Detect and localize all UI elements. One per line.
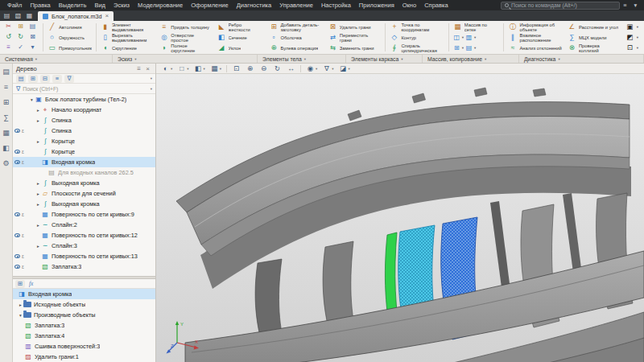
chevron-down-icon[interactable]: ▾ — [474, 46, 476, 50]
panel-tab-sketch[interactable]: Эскиз▾ — [113, 55, 258, 63]
zoom-in-button[interactable]: ⊕ — [244, 64, 256, 73]
extrude-button[interactable]: ▮Элемент выдавливания — [98, 22, 157, 32]
menu-help[interactable]: Справка — [420, 0, 452, 10]
menu-sketch[interactable]: Эскиз — [109, 0, 134, 10]
pan-button[interactable]: ↔ — [285, 64, 297, 73]
feature-row[interactable]: ▾Производные объекты — [13, 310, 155, 320]
array-by-curve-icon[interactable]: ⊞ — [452, 43, 461, 52]
collections-button[interactable]: ▣▾ — [623, 22, 641, 32]
concentric-array-icon[interactable]: ◫ — [452, 33, 461, 42]
tree-panel-icon[interactable]: ≡ — [2, 82, 11, 92]
copy-icon[interactable]: ⊞ — [15, 22, 26, 31]
feature-row[interactable]: ▧Заплатка:4 — [13, 331, 155, 341]
expander-icon[interactable]: ▸ — [35, 108, 41, 113]
expander-icon[interactable]: ▸ — [35, 244, 41, 249]
zoom-fit-button[interactable]: ⊡ — [230, 64, 242, 73]
chevron-down-icon[interactable]: ▾ — [474, 35, 476, 39]
fx-tab[interactable]: fx — [27, 280, 35, 287]
expander-icon[interactable]: ▸ — [35, 181, 41, 186]
add-part-stock-button[interactable]: ⊞Добавить деталь-заготовку — [266, 22, 325, 32]
fillet-button[interactable]: ◖Скругление — [98, 43, 157, 53]
expander-icon[interactable]: ▾ — [18, 313, 23, 318]
system-more-icon[interactable]: ▾ — [27, 43, 38, 52]
tree-row[interactable]: ▸∫Выходная кромка — [13, 178, 155, 188]
delete-icon[interactable]: ⊠ — [27, 32, 38, 42]
layers-panel-icon[interactable]: ▦ — [2, 128, 11, 138]
expander-icon[interactable]: ▸ — [35, 118, 41, 123]
tree-row[interactable]: ▸⌖Начало координат — [13, 105, 155, 115]
tree-row[interactable]: ε▦Поверхность по сети кривых:12 — [13, 230, 155, 241]
tree-row[interactable]: ▸∫Спинка — [13, 115, 155, 125]
mass-properties-button[interactable]: ∑МЦХ модели — [565, 32, 623, 43]
rib-button[interactable]: ◣Ребро жесткости — [215, 22, 267, 32]
properties-icon[interactable]: ≡ — [3, 43, 14, 52]
tree-row[interactable]: ▸∫Корытце — [13, 136, 155, 146]
check-icon[interactable]: ✓ — [15, 43, 26, 52]
cut-icon[interactable]: ✂ — [3, 22, 14, 31]
command-search-input[interactable]: Поиск по командам (Alt+/) — [501, 2, 620, 10]
app-menu-icon[interactable]: ≡ — [620, 2, 630, 9]
tree-row[interactable]: ▸∫Выходная кромка — [13, 199, 155, 209]
visibility-eye-icon[interactable] — [14, 233, 20, 237]
section-button[interactable]: ◧Сечение — [215, 32, 267, 43]
feature-row[interactable]: ▨Удалить грани:1 — [13, 352, 155, 362]
new-document-icon[interactable]: ▤ — [2, 10, 12, 21]
expand-all-icon[interactable]: ⊞ — [28, 75, 38, 83]
menu-manage[interactable]: Управление — [275, 0, 317, 10]
autoline-button[interactable]: ╱Автолиния — [45, 22, 94, 32]
menu-window[interactable]: Окно — [398, 0, 420, 10]
tree-row[interactable]: ▤Для входных каналов 262.5 — [13, 167, 155, 178]
contour-button[interactable]: ◇Контур — [387, 32, 446, 43]
section-view-button[interactable]: ◧▾ — [192, 64, 207, 73]
panel-tab-wireframe-elements[interactable]: Элементы каркаса▾ — [346, 55, 423, 63]
rotate-button[interactable]: ↻ — [271, 64, 283, 73]
workspace-button[interactable]: ◩▾ — [623, 32, 641, 43]
shell-button[interactable]: ▫Оболочка — [266, 32, 325, 43]
zoom-out-button[interactable]: ⊖ — [258, 64, 270, 73]
close-panel-icon[interactable]: × — [143, 65, 152, 72]
replace-faces-button[interactable]: ⇆Заменить грани — [326, 43, 384, 53]
menu-select[interactable]: Выделить — [55, 0, 91, 10]
document-tab[interactable]: Блок_лопаток.m3d × — [38, 11, 114, 21]
boolean-button[interactable]: ⊕Булева операция — [266, 43, 325, 53]
measure-panel-icon[interactable]: ∑ — [2, 113, 11, 122]
turbine-blade-block-model[interactable] — [156, 74, 644, 362]
panel-tab-system[interactable]: Системная▾ — [0, 55, 113, 63]
tree-row[interactable]: ε∫Корытце — [13, 146, 155, 157]
hide-objects-button[interactable]: ◉▾ — [304, 64, 319, 73]
full-round-button[interactable]: ◗Полное скругление — [157, 43, 214, 53]
tree-view-mode-icon[interactable]: ▤ — [16, 75, 26, 83]
expander-icon[interactable]: ▸ — [35, 202, 41, 207]
appearance-button[interactable]: ▦▾ — [208, 64, 223, 73]
visibility-eye-icon[interactable] — [14, 129, 20, 133]
simple-hole-button[interactable]: ◎Отверстие простое — [157, 32, 214, 43]
extra-tools-button[interactable]: ⊡▾ — [623, 43, 641, 53]
delete-faces-button[interactable]: ⊠Удалить грани — [326, 22, 384, 32]
distance-angle-button[interactable]: ∠Расстояние и угол — [565, 22, 623, 32]
mirror-array-icon[interactable]: ▥ — [464, 33, 473, 42]
tree-menu-icon[interactable]: ▾ — [151, 76, 152, 80]
section-panel-icon[interactable]: ◧ — [2, 143, 11, 153]
expander-icon[interactable]: ▸ — [35, 139, 41, 144]
panel-tab-body-elements[interactable]: Элементы тела▾ — [258, 55, 346, 63]
tree-row[interactable]: ▸▱Плоскости для сечений — [13, 188, 155, 199]
orientation-triad[interactable]: Y X Z — [164, 319, 201, 356]
tree-filter-icon[interactable]: ∇ — [64, 75, 74, 83]
save-document-icon[interactable]: ▦ — [24, 10, 35, 21]
tree-row[interactable]: ε▦Поверхность по сети кривых:9 — [13, 209, 155, 220]
circle-button[interactable]: ○Окружность — [45, 32, 94, 43]
visibility-eye-icon[interactable] — [14, 160, 20, 164]
expander-icon[interactable]: ▸ — [35, 191, 41, 196]
rectangle-button[interactable]: ▭Прямоугольник — [45, 43, 94, 53]
visibility-eye-icon[interactable] — [14, 150, 20, 154]
cut-extrude-button[interactable]: ▯Вырезать выдавливанием — [98, 32, 157, 43]
parameters-panel-icon[interactable]: ⊞ — [2, 97, 11, 107]
open-document-icon[interactable]: ▧ — [13, 10, 23, 21]
expander-icon[interactable]: ▸ — [35, 223, 41, 228]
menu-annotation[interactable]: Оформление — [187, 0, 233, 10]
menu-file[interactable]: Файл — [3, 0, 26, 10]
tree-search-input[interactable]: ∇ Поиск (Ctrl+F) ▾ — [13, 84, 155, 94]
clip-view-button[interactable]: ◪▾ — [337, 64, 352, 73]
wireframe-mode-button[interactable]: □▾ — [175, 64, 190, 73]
feature-row[interactable]: ▧Заплатка:3 — [13, 320, 155, 331]
